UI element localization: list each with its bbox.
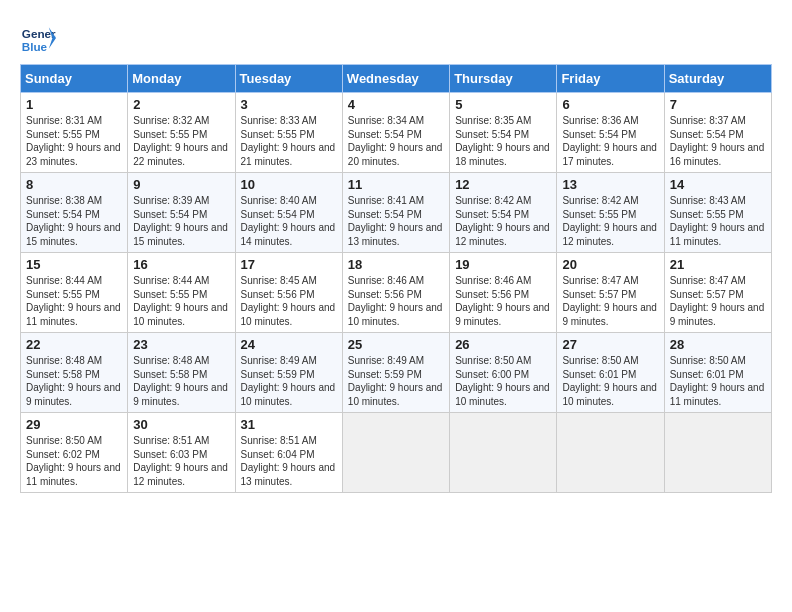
day-info: Sunrise: 8:33 AMSunset: 5:55 PMDaylight:…: [241, 115, 336, 167]
calendar-cell: 6 Sunrise: 8:36 AMSunset: 5:54 PMDayligh…: [557, 93, 664, 173]
day-info: Sunrise: 8:39 AMSunset: 5:54 PMDaylight:…: [133, 195, 228, 247]
calendar-cell: 31 Sunrise: 8:51 AMSunset: 6:04 PMDaylig…: [235, 413, 342, 493]
calendar-cell: 4 Sunrise: 8:34 AMSunset: 5:54 PMDayligh…: [342, 93, 449, 173]
calendar-row-5: 29 Sunrise: 8:50 AMSunset: 6:02 PMDaylig…: [21, 413, 772, 493]
calendar-cell: 16 Sunrise: 8:44 AMSunset: 5:55 PMDaylig…: [128, 253, 235, 333]
day-number: 29: [26, 417, 122, 432]
day-number: 5: [455, 97, 551, 112]
calendar-cell: 5 Sunrise: 8:35 AMSunset: 5:54 PMDayligh…: [450, 93, 557, 173]
svg-text:Blue: Blue: [22, 40, 48, 53]
day-number: 7: [670, 97, 766, 112]
calendar-cell: 9 Sunrise: 8:39 AMSunset: 5:54 PMDayligh…: [128, 173, 235, 253]
day-number: 3: [241, 97, 337, 112]
day-number: 27: [562, 337, 658, 352]
day-number: 9: [133, 177, 229, 192]
day-info: Sunrise: 8:48 AMSunset: 5:58 PMDaylight:…: [26, 355, 121, 407]
calendar-cell: 10 Sunrise: 8:40 AMSunset: 5:54 PMDaylig…: [235, 173, 342, 253]
day-number: 28: [670, 337, 766, 352]
day-number: 23: [133, 337, 229, 352]
day-number: 20: [562, 257, 658, 272]
day-info: Sunrise: 8:51 AMSunset: 6:03 PMDaylight:…: [133, 435, 228, 487]
calendar-cell: [450, 413, 557, 493]
day-number: 4: [348, 97, 444, 112]
col-header-saturday: Saturday: [664, 65, 771, 93]
col-header-wednesday: Wednesday: [342, 65, 449, 93]
calendar-cell: 29 Sunrise: 8:50 AMSunset: 6:02 PMDaylig…: [21, 413, 128, 493]
day-info: Sunrise: 8:50 AMSunset: 6:02 PMDaylight:…: [26, 435, 121, 487]
day-info: Sunrise: 8:47 AMSunset: 5:57 PMDaylight:…: [562, 275, 657, 327]
calendar-cell: 1 Sunrise: 8:31 AMSunset: 5:55 PMDayligh…: [21, 93, 128, 173]
page-header: General Blue: [20, 20, 772, 56]
day-info: Sunrise: 8:42 AMSunset: 5:55 PMDaylight:…: [562, 195, 657, 247]
day-info: Sunrise: 8:51 AMSunset: 6:04 PMDaylight:…: [241, 435, 336, 487]
calendar-row-3: 15 Sunrise: 8:44 AMSunset: 5:55 PMDaylig…: [21, 253, 772, 333]
logo: General Blue: [20, 20, 58, 56]
day-info: Sunrise: 8:37 AMSunset: 5:54 PMDaylight:…: [670, 115, 765, 167]
calendar-cell: 26 Sunrise: 8:50 AMSunset: 6:00 PMDaylig…: [450, 333, 557, 413]
day-info: Sunrise: 8:41 AMSunset: 5:54 PMDaylight:…: [348, 195, 443, 247]
calendar-cell: 25 Sunrise: 8:49 AMSunset: 5:59 PMDaylig…: [342, 333, 449, 413]
calendar-cell: 24 Sunrise: 8:49 AMSunset: 5:59 PMDaylig…: [235, 333, 342, 413]
calendar-cell: 2 Sunrise: 8:32 AMSunset: 5:55 PMDayligh…: [128, 93, 235, 173]
calendar-row-1: 1 Sunrise: 8:31 AMSunset: 5:55 PMDayligh…: [21, 93, 772, 173]
calendar-cell: [557, 413, 664, 493]
calendar-cell: 27 Sunrise: 8:50 AMSunset: 6:01 PMDaylig…: [557, 333, 664, 413]
calendar-cell: 8 Sunrise: 8:38 AMSunset: 5:54 PMDayligh…: [21, 173, 128, 253]
calendar-cell: 7 Sunrise: 8:37 AMSunset: 5:54 PMDayligh…: [664, 93, 771, 173]
day-info: Sunrise: 8:47 AMSunset: 5:57 PMDaylight:…: [670, 275, 765, 327]
calendar-cell: 21 Sunrise: 8:47 AMSunset: 5:57 PMDaylig…: [664, 253, 771, 333]
calendar-cell: 15 Sunrise: 8:44 AMSunset: 5:55 PMDaylig…: [21, 253, 128, 333]
day-info: Sunrise: 8:34 AMSunset: 5:54 PMDaylight:…: [348, 115, 443, 167]
calendar-cell: 14 Sunrise: 8:43 AMSunset: 5:55 PMDaylig…: [664, 173, 771, 253]
calendar-cell: 11 Sunrise: 8:41 AMSunset: 5:54 PMDaylig…: [342, 173, 449, 253]
day-number: 18: [348, 257, 444, 272]
day-info: Sunrise: 8:50 AMSunset: 6:01 PMDaylight:…: [562, 355, 657, 407]
svg-text:General: General: [22, 27, 56, 40]
day-number: 12: [455, 177, 551, 192]
calendar-cell: 22 Sunrise: 8:48 AMSunset: 5:58 PMDaylig…: [21, 333, 128, 413]
day-info: Sunrise: 8:46 AMSunset: 5:56 PMDaylight:…: [348, 275, 443, 327]
calendar-cell: 12 Sunrise: 8:42 AMSunset: 5:54 PMDaylig…: [450, 173, 557, 253]
calendar-cell: 13 Sunrise: 8:42 AMSunset: 5:55 PMDaylig…: [557, 173, 664, 253]
day-info: Sunrise: 8:44 AMSunset: 5:55 PMDaylight:…: [26, 275, 121, 327]
col-header-tuesday: Tuesday: [235, 65, 342, 93]
day-number: 26: [455, 337, 551, 352]
day-info: Sunrise: 8:50 AMSunset: 6:00 PMDaylight:…: [455, 355, 550, 407]
day-info: Sunrise: 8:42 AMSunset: 5:54 PMDaylight:…: [455, 195, 550, 247]
day-info: Sunrise: 8:49 AMSunset: 5:59 PMDaylight:…: [348, 355, 443, 407]
day-number: 24: [241, 337, 337, 352]
day-info: Sunrise: 8:44 AMSunset: 5:55 PMDaylight:…: [133, 275, 228, 327]
calendar-body: 1 Sunrise: 8:31 AMSunset: 5:55 PMDayligh…: [21, 93, 772, 493]
day-number: 14: [670, 177, 766, 192]
day-number: 16: [133, 257, 229, 272]
calendar-cell: 19 Sunrise: 8:46 AMSunset: 5:56 PMDaylig…: [450, 253, 557, 333]
day-info: Sunrise: 8:48 AMSunset: 5:58 PMDaylight:…: [133, 355, 228, 407]
day-number: 30: [133, 417, 229, 432]
col-header-sunday: Sunday: [21, 65, 128, 93]
calendar-cell: 3 Sunrise: 8:33 AMSunset: 5:55 PMDayligh…: [235, 93, 342, 173]
day-info: Sunrise: 8:46 AMSunset: 5:56 PMDaylight:…: [455, 275, 550, 327]
day-info: Sunrise: 8:32 AMSunset: 5:55 PMDaylight:…: [133, 115, 228, 167]
calendar-cell: [664, 413, 771, 493]
day-number: 10: [241, 177, 337, 192]
day-number: 25: [348, 337, 444, 352]
day-info: Sunrise: 8:50 AMSunset: 6:01 PMDaylight:…: [670, 355, 765, 407]
day-info: Sunrise: 8:45 AMSunset: 5:56 PMDaylight:…: [241, 275, 336, 327]
day-number: 6: [562, 97, 658, 112]
day-info: Sunrise: 8:35 AMSunset: 5:54 PMDaylight:…: [455, 115, 550, 167]
day-number: 31: [241, 417, 337, 432]
day-number: 11: [348, 177, 444, 192]
day-info: Sunrise: 8:43 AMSunset: 5:55 PMDaylight:…: [670, 195, 765, 247]
day-number: 2: [133, 97, 229, 112]
day-number: 8: [26, 177, 122, 192]
day-number: 21: [670, 257, 766, 272]
calendar-row-2: 8 Sunrise: 8:38 AMSunset: 5:54 PMDayligh…: [21, 173, 772, 253]
day-info: Sunrise: 8:38 AMSunset: 5:54 PMDaylight:…: [26, 195, 121, 247]
calendar-cell: 18 Sunrise: 8:46 AMSunset: 5:56 PMDaylig…: [342, 253, 449, 333]
col-header-thursday: Thursday: [450, 65, 557, 93]
calendar-cell: 30 Sunrise: 8:51 AMSunset: 6:03 PMDaylig…: [128, 413, 235, 493]
day-number: 13: [562, 177, 658, 192]
col-header-friday: Friday: [557, 65, 664, 93]
calendar-cell: 23 Sunrise: 8:48 AMSunset: 5:58 PMDaylig…: [128, 333, 235, 413]
day-number: 17: [241, 257, 337, 272]
